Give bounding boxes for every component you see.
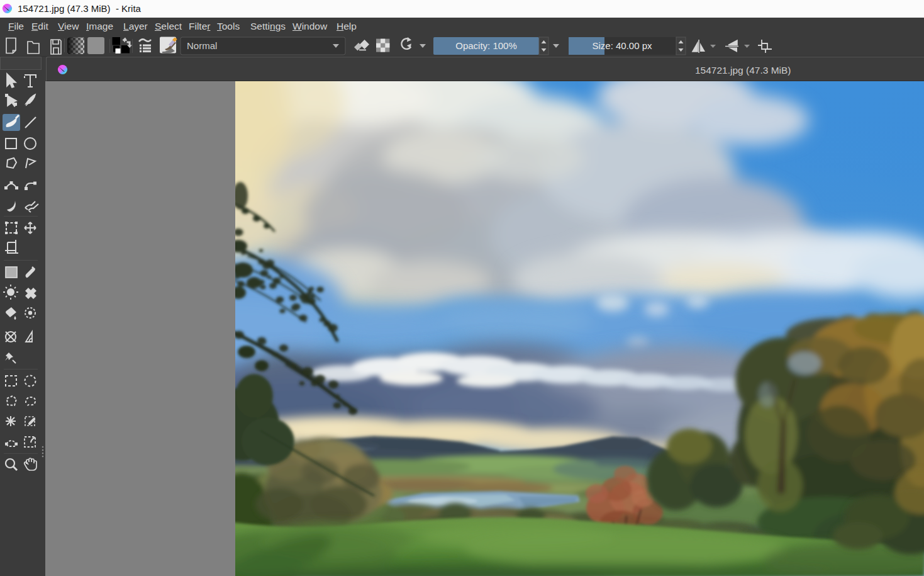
svg-text:Opacity: 100%: Opacity: 100% — [455, 40, 517, 51]
svg-text:Size: 40.00 px: Size: 40.00 px — [592, 40, 652, 51]
svg-text:Normal: Normal — [187, 40, 217, 51]
